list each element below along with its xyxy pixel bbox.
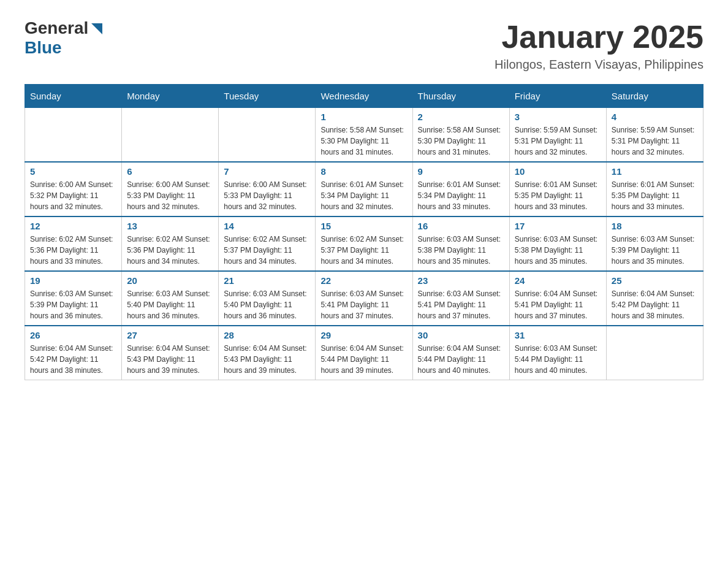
logo-wrapper: General Blue (25, 18, 104, 58)
column-header-tuesday: Tuesday (219, 85, 316, 108)
day-number: 14 (224, 221, 310, 231)
day-info: Sunrise: 6:04 AM Sunset: 5:42 PM Dayligh… (612, 288, 698, 321)
day-number: 20 (127, 275, 213, 286)
calendar-cell: 10Sunrise: 6:01 AM Sunset: 5:35 PM Dayli… (509, 162, 606, 216)
calendar-week-row: 19Sunrise: 6:03 AM Sunset: 5:39 PM Dayli… (25, 271, 703, 326)
day-info: Sunrise: 6:03 AM Sunset: 5:41 PM Dayligh… (320, 288, 407, 321)
day-info: Sunrise: 6:04 AM Sunset: 5:44 PM Dayligh… (320, 343, 407, 376)
day-number: 15 (320, 221, 407, 231)
day-number: 31 (515, 330, 601, 340)
day-number: 21 (224, 275, 310, 286)
day-number: 6 (127, 166, 213, 177)
day-number: 24 (515, 275, 601, 286)
calendar-cell: 20Sunrise: 6:03 AM Sunset: 5:40 PM Dayli… (122, 271, 219, 326)
day-number: 19 (30, 275, 116, 286)
calendar-cell: 11Sunrise: 6:01 AM Sunset: 5:35 PM Dayli… (606, 162, 703, 216)
day-number: 18 (612, 221, 698, 231)
calendar-cell: 8Sunrise: 6:01 AM Sunset: 5:34 PM Daylig… (316, 162, 412, 216)
calendar-cell: 6Sunrise: 6:00 AM Sunset: 5:33 PM Daylig… (122, 162, 219, 216)
day-info: Sunrise: 6:02 AM Sunset: 5:36 PM Dayligh… (127, 234, 213, 267)
day-info: Sunrise: 6:00 AM Sunset: 5:33 PM Dayligh… (224, 179, 310, 212)
day-info: Sunrise: 6:02 AM Sunset: 5:37 PM Dayligh… (320, 234, 407, 267)
calendar-cell: 25Sunrise: 6:04 AM Sunset: 5:42 PM Dayli… (606, 271, 703, 326)
day-info: Sunrise: 5:58 AM Sunset: 5:30 PM Dayligh… (418, 124, 504, 158)
logo-bottom: Blue (25, 38, 104, 58)
day-info: Sunrise: 6:00 AM Sunset: 5:33 PM Dayligh… (127, 179, 213, 212)
calendar-cell: 13Sunrise: 6:02 AM Sunset: 5:36 PM Dayli… (122, 216, 219, 271)
calendar-week-row: 1Sunrise: 5:58 AM Sunset: 5:30 PM Daylig… (25, 108, 703, 163)
calendar-cell: 7Sunrise: 6:00 AM Sunset: 5:33 PM Daylig… (219, 162, 316, 216)
calendar-cell: 22Sunrise: 6:03 AM Sunset: 5:41 PM Dayli… (316, 271, 412, 326)
day-info: Sunrise: 6:02 AM Sunset: 5:37 PM Dayligh… (224, 234, 310, 267)
day-number: 3 (515, 112, 601, 122)
day-info: Sunrise: 6:03 AM Sunset: 5:44 PM Dayligh… (515, 343, 601, 376)
calendar-cell (606, 326, 703, 380)
calendar-title: January 2025 (495, 18, 703, 55)
calendar-cell: 31Sunrise: 6:03 AM Sunset: 5:44 PM Dayli… (509, 326, 606, 380)
calendar-cell: 26Sunrise: 6:04 AM Sunset: 5:42 PM Dayli… (25, 326, 122, 380)
day-number: 10 (515, 166, 601, 177)
calendar-cell (122, 108, 219, 163)
day-number: 17 (515, 221, 601, 231)
day-info: Sunrise: 6:00 AM Sunset: 5:32 PM Dayligh… (30, 179, 116, 212)
day-number: 9 (418, 166, 504, 177)
day-info: Sunrise: 6:01 AM Sunset: 5:35 PM Dayligh… (612, 179, 698, 212)
day-info: Sunrise: 6:04 AM Sunset: 5:43 PM Dayligh… (127, 343, 213, 376)
day-number: 26 (30, 330, 116, 340)
day-info: Sunrise: 6:03 AM Sunset: 5:39 PM Dayligh… (612, 234, 698, 267)
day-number: 12 (30, 221, 116, 231)
column-header-thursday: Thursday (412, 85, 509, 108)
day-number: 27 (127, 330, 213, 340)
calendar-cell: 1Sunrise: 5:58 AM Sunset: 5:30 PM Daylig… (316, 108, 412, 163)
day-number: 13 (127, 221, 213, 231)
day-info: Sunrise: 6:03 AM Sunset: 5:39 PM Dayligh… (30, 288, 116, 321)
day-info: Sunrise: 6:03 AM Sunset: 5:38 PM Dayligh… (515, 234, 601, 267)
page-header: General Blue January 2025 Hilongos, East… (25, 18, 703, 72)
logo-top: General (25, 18, 104, 38)
day-number: 11 (612, 166, 698, 177)
day-number: 30 (418, 330, 504, 340)
calendar-cell: 12Sunrise: 6:02 AM Sunset: 5:36 PM Dayli… (25, 216, 122, 271)
calendar-cell (219, 108, 316, 163)
calendar-subtitle: Hilongos, Eastern Visayas, Philippines (495, 58, 703, 72)
day-info: Sunrise: 5:59 AM Sunset: 5:31 PM Dayligh… (612, 124, 698, 158)
column-header-saturday: Saturday (606, 85, 703, 108)
calendar-week-row: 12Sunrise: 6:02 AM Sunset: 5:36 PM Dayli… (25, 216, 703, 271)
column-header-monday: Monday (122, 85, 219, 108)
column-header-sunday: Sunday (25, 85, 122, 108)
day-info: Sunrise: 6:01 AM Sunset: 5:34 PM Dayligh… (418, 179, 504, 212)
day-number: 7 (224, 166, 310, 177)
calendar-week-row: 26Sunrise: 6:04 AM Sunset: 5:42 PM Dayli… (25, 326, 703, 380)
day-number: 22 (320, 275, 407, 286)
logo-general: General (25, 18, 88, 38)
day-info: Sunrise: 5:58 AM Sunset: 5:30 PM Dayligh… (320, 124, 407, 158)
calendar-cell: 19Sunrise: 6:03 AM Sunset: 5:39 PM Dayli… (25, 271, 122, 326)
calendar-cell: 5Sunrise: 6:00 AM Sunset: 5:32 PM Daylig… (25, 162, 122, 216)
day-info: Sunrise: 6:04 AM Sunset: 5:44 PM Dayligh… (418, 343, 504, 376)
column-header-wednesday: Wednesday (316, 85, 412, 108)
calendar-cell: 3Sunrise: 5:59 AM Sunset: 5:31 PM Daylig… (509, 108, 606, 163)
calendar-cell: 27Sunrise: 6:04 AM Sunset: 5:43 PM Dayli… (122, 326, 219, 380)
day-info: Sunrise: 6:01 AM Sunset: 5:34 PM Dayligh… (320, 179, 407, 212)
logo-blue: Blue (25, 38, 62, 57)
calendar-cell: 29Sunrise: 6:04 AM Sunset: 5:44 PM Dayli… (316, 326, 412, 380)
day-info: Sunrise: 6:03 AM Sunset: 5:41 PM Dayligh… (418, 288, 504, 321)
day-info: Sunrise: 6:03 AM Sunset: 5:40 PM Dayligh… (224, 288, 310, 321)
calendar-header-row: SundayMondayTuesdayWednesdayThursdayFrid… (25, 85, 703, 108)
logo: General Blue (25, 18, 104, 58)
day-number: 4 (612, 112, 698, 122)
calendar-cell: 30Sunrise: 6:04 AM Sunset: 5:44 PM Dayli… (412, 326, 509, 380)
calendar-cell: 9Sunrise: 6:01 AM Sunset: 5:34 PM Daylig… (412, 162, 509, 216)
calendar-cell: 14Sunrise: 6:02 AM Sunset: 5:37 PM Dayli… (219, 216, 316, 271)
day-info: Sunrise: 6:02 AM Sunset: 5:36 PM Dayligh… (30, 234, 116, 267)
day-info: Sunrise: 6:03 AM Sunset: 5:38 PM Dayligh… (418, 234, 504, 267)
column-header-friday: Friday (509, 85, 606, 108)
calendar-cell (25, 108, 122, 163)
calendar-cell: 17Sunrise: 6:03 AM Sunset: 5:38 PM Dayli… (509, 216, 606, 271)
day-number: 8 (320, 166, 407, 177)
calendar-cell: 28Sunrise: 6:04 AM Sunset: 5:43 PM Dayli… (219, 326, 316, 380)
day-number: 5 (30, 166, 116, 177)
day-number: 16 (418, 221, 504, 231)
day-info: Sunrise: 6:04 AM Sunset: 5:42 PM Dayligh… (30, 343, 116, 376)
calendar-cell: 24Sunrise: 6:04 AM Sunset: 5:41 PM Dayli… (509, 271, 606, 326)
